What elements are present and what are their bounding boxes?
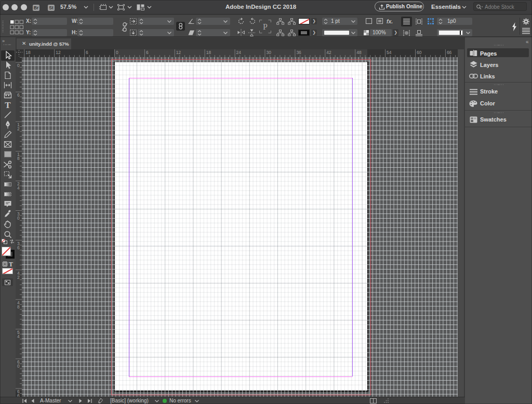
- svg-text:60: 60: [417, 50, 422, 55]
- svg-text:6: 6: [17, 92, 20, 98]
- svg-text:6: 6: [17, 393, 20, 397]
- svg-text:18: 18: [206, 50, 211, 55]
- svg-text:6: 6: [86, 50, 88, 55]
- svg-text:12: 12: [56, 50, 61, 55]
- svg-text:0: 0: [17, 363, 20, 369]
- svg-text:24: 24: [236, 50, 242, 55]
- svg-text:T: T: [5, 100, 11, 110]
- svg-text:36: 36: [296, 50, 301, 55]
- svg-text:0: 0: [116, 50, 118, 55]
- svg-text:6: 6: [17, 245, 20, 250]
- svg-text:0: 0: [17, 216, 20, 221]
- svg-text:18: 18: [25, 50, 31, 55]
- svg-text:66: 66: [447, 50, 452, 55]
- svg-text:8: 8: [17, 156, 20, 161]
- svg-text:6: 6: [146, 50, 149, 55]
- svg-text:0: 0: [17, 63, 20, 68]
- svg-text:4: 4: [17, 334, 20, 339]
- svg-text:54: 54: [387, 50, 392, 55]
- svg-text:42: 42: [326, 50, 331, 55]
- svg-text:P: P: [263, 22, 268, 31]
- svg-text:12: 12: [176, 50, 181, 55]
- svg-text:8: 8: [17, 304, 20, 309]
- svg-text:48: 48: [356, 50, 362, 55]
- svg-text:2: 2: [17, 126, 20, 131]
- svg-text:4: 4: [17, 185, 20, 191]
- svg-text:2: 2: [17, 275, 20, 280]
- svg-text:30: 30: [267, 50, 272, 55]
